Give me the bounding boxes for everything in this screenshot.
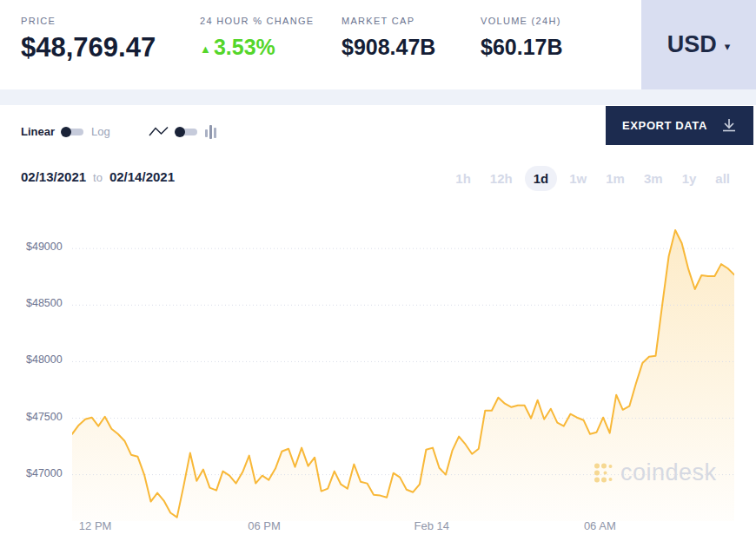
export-data-label: EXPORT DATA	[622, 119, 707, 132]
up-arrow-icon: ▲	[200, 43, 211, 56]
range-button-1h[interactable]: 1h	[448, 166, 478, 191]
stat-change: 24 HOUR % CHANGE ▲3.53%	[200, 16, 342, 63]
stat-market-cap: MARKET CAP $908.47B	[342, 16, 481, 63]
scale-toggle[interactable]	[63, 129, 83, 135]
line-chart-icon[interactable]	[149, 125, 169, 138]
export-data-button[interactable]: EXPORT DATA	[606, 106, 753, 145]
price-chart-svg[interactable]	[72, 221, 734, 521]
date-start[interactable]: 02/13/2021	[21, 169, 86, 184]
range-buttons: 1h12h1d1w1m3m1yall	[448, 166, 737, 191]
x-axis-label: 06 AM	[584, 519, 616, 532]
download-icon	[721, 118, 737, 133]
chart-toolbar: Linear Log	[21, 124, 216, 139]
stat-volume: VOLUME (24H) $60.17B	[481, 16, 563, 63]
log-label: Log	[91, 125, 110, 138]
currency-value: USD	[667, 31, 717, 58]
y-axis-label: $47500	[26, 411, 71, 423]
date-range: 02/13/2021 to 02/14/2021	[21, 169, 175, 184]
price-value: $48,769.47	[21, 32, 200, 63]
volume-value: $60.17B	[481, 35, 563, 60]
x-axis-label: Feb 14	[414, 519, 449, 532]
range-button-1y[interactable]: 1y	[675, 166, 704, 191]
volume-label: VOLUME (24H)	[481, 16, 563, 26]
range-button-12h[interactable]: 12h	[483, 166, 520, 191]
x-axis-label: 06 PM	[248, 519, 281, 532]
x-axis-label: 12 PM	[79, 519, 112, 532]
range-button-3m[interactable]: 3m	[637, 166, 670, 191]
market-cap-label: MARKET CAP	[342, 16, 481, 26]
range-button-1m[interactable]: 1m	[599, 166, 632, 191]
change-value-wrap: ▲3.53%	[200, 35, 342, 60]
date-separator: to	[93, 171, 103, 184]
range-button-1w[interactable]: 1w	[562, 166, 594, 191]
y-axis-label: $49000	[26, 241, 71, 253]
range-button-all[interactable]: all	[708, 166, 737, 191]
change-value: 3.53%	[214, 35, 275, 59]
range-button-1d[interactable]: 1d	[525, 166, 558, 191]
chart-type-icons	[149, 124, 216, 139]
stats-header: PRICE $48,769.47 24 HOUR % CHANGE ▲3.53%…	[0, 0, 756, 89]
y-axis-label: $48500	[26, 297, 71, 309]
chart-panel: EXPORT DATA Linear Log 02/13/2021 to 02/…	[0, 105, 756, 548]
market-cap-value: $908.47B	[342, 35, 481, 60]
toggle-knob	[61, 127, 71, 137]
caret-down-icon: ▾	[725, 40, 731, 53]
y-axis-label: $47000	[26, 467, 71, 479]
bar-chart-icon[interactable]	[205, 124, 216, 139]
price-area-fill	[72, 230, 734, 521]
chart-type-toggle[interactable]	[176, 129, 197, 135]
stat-price: PRICE $48,769.47	[21, 16, 200, 63]
y-axis-label: $48000	[26, 353, 71, 366]
change-label: 24 HOUR % CHANGE	[200, 16, 342, 26]
currency-selector[interactable]: USD ▾	[641, 0, 756, 89]
toggle-knob	[175, 127, 185, 137]
linear-label: Linear	[21, 125, 55, 138]
price-label: PRICE	[21, 16, 200, 26]
date-end[interactable]: 02/14/2021	[109, 169, 175, 184]
